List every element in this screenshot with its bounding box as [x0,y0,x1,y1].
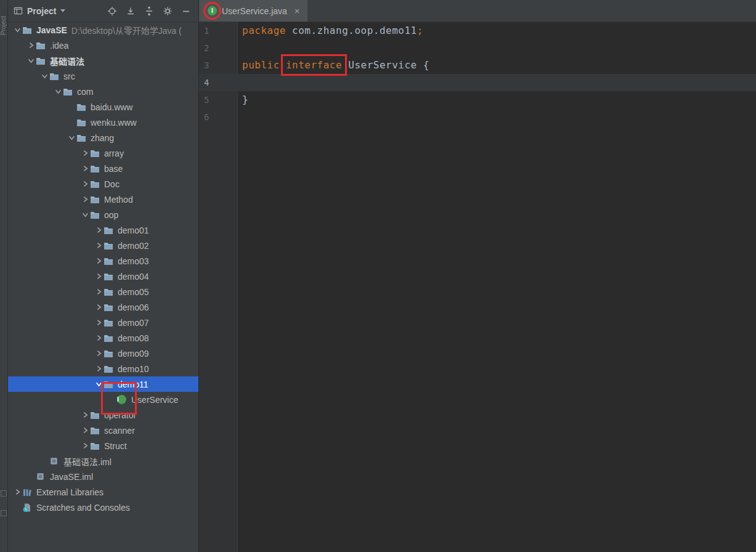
tab-label: UserService.java [222,6,287,16]
collapse-all-icon[interactable] [126,6,136,16]
settings-gear-icon[interactable] [163,6,173,16]
tree-item-base[interactable]: base [7,161,198,176]
chevron-expanded-icon[interactable] [94,381,104,388]
tree-item-scanner[interactable]: scanner [7,423,198,438]
tree-item-label: demo09 [118,349,149,359]
code-line-5[interactable]: 5} [199,91,756,108]
tree-item-scratches-and-consoles[interactable]: Scratches and Consoles [7,500,198,515]
chevron-expanded-icon[interactable] [80,211,90,218]
tree-indent [12,461,39,461]
code-line-6[interactable]: 6 [199,108,756,126]
tree-item-demo11[interactable]: demo11 [7,376,198,392]
code-line-4[interactable]: 4 [199,74,756,91]
chevron-expanded-icon[interactable] [67,134,76,141]
code-text: public interface UserService { [237,57,429,74]
tree-item-idea[interactable]: .idea [7,38,198,53]
tree-item-javase[interactable]: JavaSED:\desktop\从零开始学Java ( [7,22,198,38]
tree-item-demo05[interactable]: demo05 [7,284,198,299]
tree-item-src[interactable]: src [7,68,198,84]
tree-item-基础语法-iml[interactable]: 基础语法.iml [7,453,198,469]
tree-item-struct[interactable]: Struct [7,438,198,453]
tree-item-baidu-www[interactable]: baidu.www [7,99,198,115]
expand-collapse-icon[interactable] [144,6,154,16]
chevron-down-icon[interactable] [60,9,65,12]
chevron-expanded-icon[interactable] [39,73,49,79]
chevron-collapsed-icon[interactable] [94,350,104,357]
tree-item-method[interactable]: Method [7,192,198,207]
tree-item-oop[interactable]: oop [7,207,198,222]
tree-item-zhang[interactable]: zhang [7,130,198,145]
project-tree-panel: JavaSED:\desktop\从零开始学Java (.idea基础语法src… [7,22,198,552]
chevron-collapsed-icon[interactable] [94,227,104,233]
chevron-expanded-icon[interactable] [26,57,36,64]
tree-indent [12,153,80,153]
tree-item-userservice[interactable]: IUserService [7,392,198,407]
tree-item-external-libraries[interactable]: External Libraries [7,484,198,500]
chevron-collapsed-icon[interactable] [12,489,22,495]
tree-item-label: scanner [104,426,135,436]
tree-item-array[interactable]: array [7,145,198,161]
locate-file-icon[interactable] [107,6,117,16]
chevron-collapsed-icon[interactable] [80,412,90,418]
tree-item-wenku-www[interactable]: wenku.www [7,115,198,130]
tree-indent [12,415,80,415]
chevron-collapsed-icon[interactable] [94,319,104,326]
tree-item-demo01[interactable]: demo01 [7,222,198,238]
chevron-expanded-icon[interactable] [12,26,22,33]
panel-title[interactable]: Project [27,6,56,16]
hide-panel-icon[interactable] [181,6,191,16]
chevron-collapsed-icon[interactable] [80,196,90,203]
tab-userservice-java[interactable]: I UserService.java × [199,0,307,22]
chevron-collapsed-icon[interactable] [94,288,104,295]
chevron-collapsed-icon[interactable] [80,181,90,187]
tree-item-demo07[interactable]: demo07 [7,315,198,330]
tree-item-operator[interactable]: operator [7,407,198,423]
tool-window-button-project[interactable]: Project [0,4,7,47]
tree-item-label: demo11 [118,380,148,389]
line-number: 3 [199,57,237,74]
scratches-icon [22,503,35,513]
tree-item-doc[interactable]: Doc [7,176,198,192]
tree-item-label: base [104,164,123,174]
tree-item-label: oop [104,210,118,220]
package-icon [104,302,116,312]
code-token: } [242,94,248,105]
chevron-expanded-icon[interactable] [53,88,63,95]
code-line-1[interactable]: 1package com.zhang.oop.demo11; [199,22,756,39]
tree-item-demo10[interactable]: demo10 [7,361,198,376]
tree-item-javase-iml[interactable]: JavaSE.iml [7,469,198,484]
chevron-collapsed-icon[interactable] [94,365,104,372]
tree-item-com[interactable]: com [7,84,198,99]
tool-window-icon[interactable] [1,510,7,516]
chevron-collapsed-icon[interactable] [80,150,90,156]
package-icon [76,118,89,128]
tree-item-demo08[interactable]: demo08 [7,330,198,346]
chevron-collapsed-icon[interactable] [80,427,90,434]
chevron-collapsed-icon[interactable] [94,304,104,310]
close-icon[interactable]: × [295,6,300,15]
chevron-collapsed-icon[interactable] [94,273,104,280]
chevron-collapsed-icon[interactable] [26,42,36,49]
code-line-3[interactable]: 3public interface UserService { [199,57,756,74]
code-text [237,74,242,91]
chevron-collapsed-icon[interactable] [80,442,90,449]
tool-window-icon[interactable] [1,490,7,497]
editor-area[interactable]: 1package com.zhang.oop.demo11;23public i… [198,22,756,552]
line-number: 5 [199,91,237,108]
tree-item-label: Scratches and Consoles [36,503,130,513]
chevron-collapsed-icon[interactable] [94,242,104,249]
tree-indent [12,245,94,246]
tree-item-demo09[interactable]: demo09 [7,346,198,361]
tree-item-demo02[interactable]: demo02 [7,238,198,253]
tree-item-demo03[interactable]: demo03 [7,253,198,269]
code-line-2[interactable]: 2 [199,39,756,57]
tree-item-基础语法[interactable]: 基础语法 [7,53,198,68]
tree-item-demo06[interactable]: demo06 [7,299,198,315]
tool-window-bar: Project [0,0,8,552]
chevron-collapsed-icon[interactable] [94,258,104,264]
tree-indent [12,322,94,323]
chevron-collapsed-icon[interactable] [94,335,104,341]
panel-toolbar-icons [107,6,193,16]
chevron-collapsed-icon[interactable] [80,165,90,172]
tree-item-demo04[interactable]: demo04 [7,269,198,284]
